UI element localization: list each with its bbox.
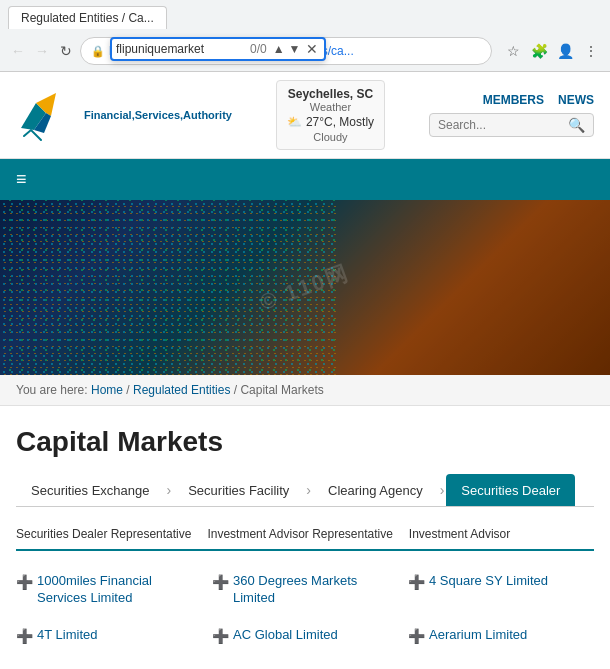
breadcrumb-current: Capital Markets xyxy=(240,383,323,397)
breadcrumb-regulated[interactable]: Regulated Entities xyxy=(133,383,230,397)
tab-sep-3: › xyxy=(438,482,447,498)
search-icon[interactable]: 🔍 xyxy=(568,117,585,133)
profile-icon[interactable]: 👤 xyxy=(554,40,576,62)
weather-label: Weather xyxy=(287,101,374,113)
browser-tab[interactable]: Regulated Entities / Ca... xyxy=(8,6,167,29)
weather-condition: Cloudy xyxy=(287,131,374,143)
subtab-advisor[interactable]: Investment Advisor xyxy=(409,527,510,541)
entity-name-3: 4T Limited xyxy=(37,627,97,644)
entities-grid: ➕ 1000miles Financial Services Limited ➕… xyxy=(16,563,594,654)
teal-nav: ≡ xyxy=(0,159,610,200)
fsa-logo xyxy=(16,88,76,143)
lock-icon: 🔒 xyxy=(91,45,105,58)
nav-members[interactable]: MEMBERS xyxy=(483,93,544,107)
tabs-row: Securities Exchange › Securities Facilit… xyxy=(16,474,594,507)
find-prev-button[interactable]: ▲ xyxy=(271,42,287,56)
expand-icon-4: ➕ xyxy=(212,628,229,644)
expand-icon-2: ➕ xyxy=(408,574,425,590)
tab-securities-dealer[interactable]: Securities Dealer xyxy=(446,474,575,506)
find-close-button[interactable]: ✕ xyxy=(304,41,320,57)
subtab-dealer-rep[interactable]: Securities Dealer Representative xyxy=(16,527,191,541)
entity-name-4: AC Global Limited xyxy=(233,627,338,644)
nav-news[interactable]: NEWS xyxy=(558,93,594,107)
list-item[interactable]: ➕ AC Global Limited xyxy=(212,621,398,650)
weather-cloud-icon: ⛅ xyxy=(287,115,302,129)
entity-name-5: Aerarium Limited xyxy=(429,627,527,644)
subtab-advisor-rep[interactable]: Investment Advisor Representative xyxy=(207,527,392,541)
header-right: MEMBERS NEWS 🔍 xyxy=(429,93,594,137)
site-header: Financial,Services,Authority Seychelles,… xyxy=(0,72,610,159)
weather-icon-row: ⛅ 27°C, Mostly xyxy=(287,115,374,129)
weather-temp: 27°C, Mostly xyxy=(306,115,374,129)
find-count: 0/0 xyxy=(250,42,267,56)
expand-icon-1: ➕ xyxy=(212,574,229,590)
entity-name-1: 360 Degrees Markets Limited xyxy=(233,573,398,607)
list-item[interactable]: ➕ 4T Limited xyxy=(16,621,202,650)
weather-widget: Seychelles, SC Weather ⛅ 27°C, Mostly Cl… xyxy=(276,80,385,150)
bookmark-icon[interactable]: ☆ xyxy=(502,40,524,62)
find-input[interactable] xyxy=(116,42,246,56)
subtabs-row: Securities Dealer Representative Investm… xyxy=(16,519,594,551)
expand-icon-5: ➕ xyxy=(408,628,425,644)
main-content: Capital Markets Securities Exchange › Se… xyxy=(0,406,610,669)
tab-sep-2: › xyxy=(304,482,313,498)
search-box: 🔍 xyxy=(429,113,594,137)
page-title: Capital Markets xyxy=(16,426,594,458)
breadcrumb-sep1: / xyxy=(126,383,133,397)
tab-clearing-agency[interactable]: Clearing Agency xyxy=(313,474,438,506)
menu-icon[interactable]: ⋮ xyxy=(580,40,602,62)
hamburger-menu[interactable]: ≡ xyxy=(16,169,27,190)
forward-button[interactable]: → xyxy=(32,41,52,61)
logo-area: Financial,Services,Authority xyxy=(16,88,232,143)
reload-button[interactable]: ↻ xyxy=(56,41,76,61)
back-button[interactable]: ← xyxy=(8,41,28,61)
extensions-icon[interactable]: 🧩 xyxy=(528,40,550,62)
search-input[interactable] xyxy=(438,118,568,132)
top-nav: MEMBERS NEWS xyxy=(483,93,594,107)
entity-name-2: 4 Square SY Limited xyxy=(429,573,548,590)
browser-nav: ← → ↻ 🔒 https://fsaseychelles.sc/regulat… xyxy=(8,33,602,71)
breadcrumb-home[interactable]: Home xyxy=(91,383,123,397)
expand-icon-3: ➕ xyxy=(16,628,33,644)
find-next-button[interactable]: ▼ xyxy=(287,42,303,56)
find-bar: 0/0 ▲ ▼ ✕ xyxy=(110,37,326,61)
browser-tabs: Regulated Entities / Ca... xyxy=(8,6,602,29)
browser-chrome: Regulated Entities / Ca... ← → ↻ 🔒 https… xyxy=(0,0,610,72)
hero-overlay xyxy=(0,200,610,375)
list-item[interactable]: ➕ Aerarium Limited xyxy=(408,621,594,650)
list-item[interactable]: ➕ 4 Square SY Limited xyxy=(408,567,594,613)
list-item[interactable]: ➕ 1000miles Financial Services Limited xyxy=(16,567,202,613)
entity-name-0: 1000miles Financial Services Limited xyxy=(37,573,202,607)
tab-sep-1: › xyxy=(165,482,174,498)
address-bar-container: 🔒 https://fsaseychelles.sc/regulated-ent… xyxy=(80,37,492,65)
list-item[interactable]: ➕ 360 Degrees Markets Limited xyxy=(212,567,398,613)
expand-icon-0: ➕ xyxy=(16,574,33,590)
browser-icons: ☆ 🧩 👤 ⋮ xyxy=(502,40,602,62)
tab-securities-facility[interactable]: Securities Facility xyxy=(173,474,304,506)
breadcrumb: You are here: Home / Regulated Entities … xyxy=(0,375,610,406)
breadcrumb-prefix: You are here: xyxy=(16,383,88,397)
weather-location: Seychelles, SC xyxy=(287,87,374,101)
logo-text: Financial,Services,Authority xyxy=(84,108,232,122)
hero-image: © 110网 xyxy=(0,200,610,375)
tab-securities-exchange[interactable]: Securities Exchange xyxy=(16,474,165,506)
